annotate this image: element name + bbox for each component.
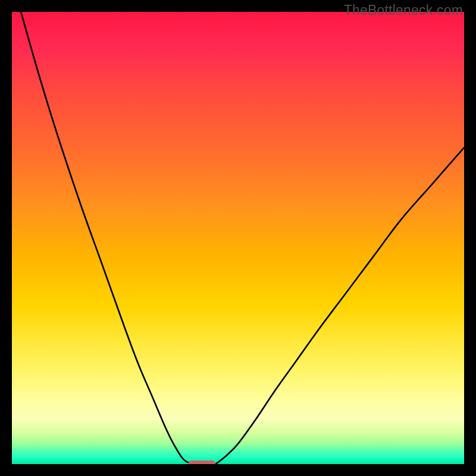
watermark-text: TheBottleneck.com [344, 2, 463, 18]
plot-area [12, 12, 464, 464]
chart-container: TheBottleneck.com [0, 0, 476, 476]
curves-svg [12, 12, 464, 464]
curve-left [21, 12, 193, 464]
curve-right [215, 148, 464, 464]
bottleneck-marker [188, 461, 215, 464]
